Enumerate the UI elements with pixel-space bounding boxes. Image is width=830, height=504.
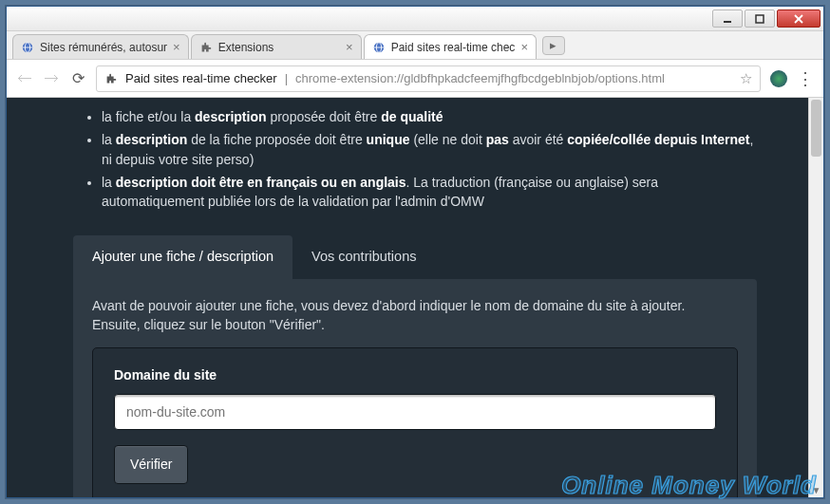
browser-toolbar: 🡐 🡒 ⟳ Paid sites real-time checker | chr… [7,60,823,98]
scroll-down-icon[interactable]: ▼ [809,482,823,497]
reload-icon[interactable]: ⟳ [69,69,86,87]
forward-icon[interactable]: 🡒 [43,70,60,87]
window-minimize-button[interactable] [712,9,743,28]
content-tabs: Ajouter une fiche / description Vos cont… [73,235,757,278]
os-titlebar [7,7,823,31]
scroll-thumb[interactable] [811,100,821,157]
tab-label: Extensions [218,41,340,54]
vertical-scrollbar[interactable]: ▲ ▼ [808,98,823,497]
close-icon[interactable]: × [520,40,528,54]
puzzle-icon [104,72,118,85]
bookmark-star-icon[interactable]: ☆ [740,70,752,87]
list-item: la fiche et/ou la description proposée d… [102,107,757,126]
svg-rect-1 [756,15,764,23]
puzzle-icon [199,41,213,54]
tab-label: Paid sites real-time chec [391,41,516,54]
list-item: la description doit être en français ou … [102,173,757,212]
tab-contributions[interactable]: Vos contributions [292,235,435,278]
tab-add-description[interactable]: Ajouter une fiche / description [73,235,292,278]
extension-badge-icon[interactable] [770,70,787,87]
domain-form: Domaine du site Vérifier [92,347,738,497]
browser-tab[interactable]: Sites rémunérés, autosur × [12,34,189,59]
list-item: la description de la fiche proposée doit… [102,130,757,169]
address-separator: | [285,71,288,85]
browser-tabstrip: Sites rémunérés, autosur × Extensions × … [7,31,823,60]
page-viewport: la fiche et/ou la description proposée d… [7,98,823,497]
domain-label: Domaine du site [114,365,716,384]
verify-button[interactable]: Vérifier [114,445,188,483]
close-icon[interactable]: × [346,40,353,54]
tab-label: Sites rémunérés, autosur [40,41,167,54]
address-bar[interactable]: Paid sites real-time checker | chrome-ex… [96,65,761,92]
globe-icon [21,41,34,54]
browser-tab-active[interactable]: Paid sites real-time chec × [364,34,537,59]
window-frame: Sites rémunérés, autosur × Extensions × … [6,6,824,498]
intro-text: Avant de pouvoir ajouter une fiche, vous… [92,296,738,335]
new-tab-button[interactable]: ▸ [542,36,565,55]
close-icon[interactable]: × [173,40,180,54]
browser-tab[interactable]: Extensions × [191,34,362,59]
back-icon[interactable]: 🡐 [16,70,33,87]
active-panel: Avant de pouvoir ajouter une fiche, vous… [73,279,757,498]
rules-list: la fiche et/ou la description proposée d… [73,98,757,235]
window-close-button[interactable] [777,9,821,28]
address-url: chrome-extension://gldbfhpkadcfeemjfhgfb… [295,71,732,85]
globe-icon [372,41,386,54]
kebab-menu-icon[interactable]: ⋮ [797,70,814,87]
address-title: Paid sites real-time checker [125,71,277,85]
window-maximize-button[interactable] [745,9,775,28]
domain-input[interactable] [114,394,716,430]
